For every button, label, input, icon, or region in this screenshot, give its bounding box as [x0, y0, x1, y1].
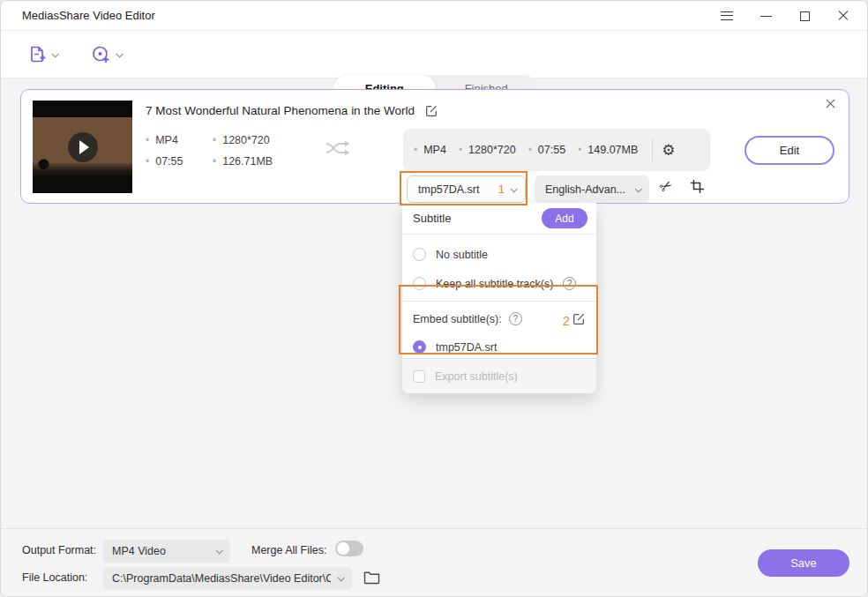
- export-subtitle-section: Export subtitle(s): [402, 358, 596, 393]
- minimize-button[interactable]: [752, 4, 779, 27]
- output-metadata: MP4 1280*720 07:55 149.07MB ⚙: [403, 129, 710, 171]
- app-window: MediasShare Video Editor: [0, 0, 868, 597]
- video-thumbnail[interactable]: [33, 101, 132, 193]
- file-location-dropdown[interactable]: C:\ProgramData\MediasShare\Video Editor\…: [103, 567, 352, 590]
- export-subtitle-checkbox[interactable]: [413, 370, 425, 383]
- output-resolution: 1280*720: [459, 144, 516, 156]
- subtitle-panel-header: Subtitle Add: [402, 203, 596, 235]
- source-size: 126.71MB: [213, 155, 273, 168]
- subtitle-panel-title: Subtitle: [413, 212, 451, 225]
- file-location-label: File Location:: [22, 571, 87, 584]
- divider: [652, 138, 653, 161]
- add-dvd-button[interactable]: [91, 31, 122, 78]
- edit-video-button[interactable]: Edit: [745, 136, 834, 165]
- source-metadata: MP4 1280*720 07:55 126.71MB: [146, 134, 273, 168]
- output-duration: 07:55: [528, 144, 565, 156]
- edit-subtitle-icon[interactable]: [572, 312, 586, 325]
- chevron-down-icon: [337, 574, 344, 581]
- add-dvd-icon: [91, 45, 111, 65]
- output-size: 149.07MB: [578, 144, 638, 156]
- menu-button[interactable]: [714, 4, 740, 27]
- hamburger-icon: [721, 11, 733, 20]
- open-folder-icon[interactable]: [363, 570, 380, 585]
- close-icon: [838, 11, 849, 21]
- help-icon[interactable]: [563, 277, 576, 290]
- close-button[interactable]: [830, 4, 857, 27]
- chevron-down-icon: [116, 50, 123, 57]
- crop-icon[interactable]: [690, 179, 705, 194]
- trim-icon[interactable]: [656, 175, 677, 198]
- subtitle-file-dropdown[interactable]: tmp57DA.srt 1: [407, 175, 526, 203]
- help-icon[interactable]: [509, 312, 522, 325]
- convert-arrows-icon: [323, 138, 355, 159]
- output-format-label: Output Format:: [22, 544, 96, 556]
- remove-video-icon[interactable]: [826, 99, 836, 109]
- chevron-down-icon: [215, 547, 222, 554]
- option-keep-all-subtitles[interactable]: Keep all subtitle track(s): [402, 269, 596, 298]
- chevron-down-icon: [51, 50, 58, 57]
- gear-icon[interactable]: ⚙: [662, 143, 675, 158]
- source-format: MP4: [146, 134, 213, 146]
- video-title: 7 Most Wonderful Natural Phenomena in th…: [146, 104, 415, 117]
- language-value: English-Advan...: [545, 183, 625, 196]
- toggle-knob: [337, 542, 349, 555]
- radio-no-subtitle[interactable]: [413, 248, 426, 261]
- callout-number-1: 1: [498, 183, 505, 196]
- output-format-dropdown[interactable]: MP4 Video: [103, 540, 230, 563]
- radio-keep-all[interactable]: [413, 277, 426, 290]
- source-duration: 07:55: [146, 155, 213, 168]
- subtitle-file-value: tmp57DA.srt: [418, 183, 498, 196]
- add-file-button[interactable]: [27, 31, 57, 78]
- output-format: MP4: [414, 144, 446, 156]
- add-file-icon: [27, 45, 47, 64]
- title-bar: MediasShare Video Editor: [1, 1, 867, 31]
- subtitle-language-dropdown[interactable]: English-Advan...: [535, 175, 649, 203]
- save-button[interactable]: Save: [758, 549, 849, 577]
- play-icon[interactable]: [68, 132, 98, 162]
- footer-bar: Output Format: MP4 Video Merge All Files…: [1, 528, 867, 596]
- option-no-subtitle[interactable]: No subtitle: [402, 240, 596, 269]
- add-subtitle-button[interactable]: Add: [542, 208, 587, 228]
- merge-all-files-label: Merge All Files:: [251, 544, 326, 556]
- video-item-card: 7 Most Wonderful Natural Phenomena in th…: [20, 89, 849, 204]
- callout-number-2: 2: [563, 314, 570, 328]
- window-controls: [714, 1, 857, 31]
- app-title: MediasShare Video Editor: [22, 9, 155, 22]
- chevron-down-icon: [510, 185, 517, 192]
- maximize-button[interactable]: [791, 4, 818, 27]
- source-resolution: 1280*720: [213, 134, 273, 146]
- toolbar: Editing Finished: [1, 31, 867, 78]
- merge-toggle[interactable]: [335, 541, 363, 556]
- radio-embed-track-selected[interactable]: [413, 340, 426, 354]
- thumbnail-watermark: [38, 159, 49, 170]
- minimize-icon: [760, 16, 772, 17]
- maximize-icon: [800, 11, 810, 21]
- subtitle-panel: Subtitle Add No subtitle Keep all subtit…: [402, 203, 596, 393]
- chevron-down-icon: [634, 185, 641, 192]
- rename-icon[interactable]: [425, 104, 438, 117]
